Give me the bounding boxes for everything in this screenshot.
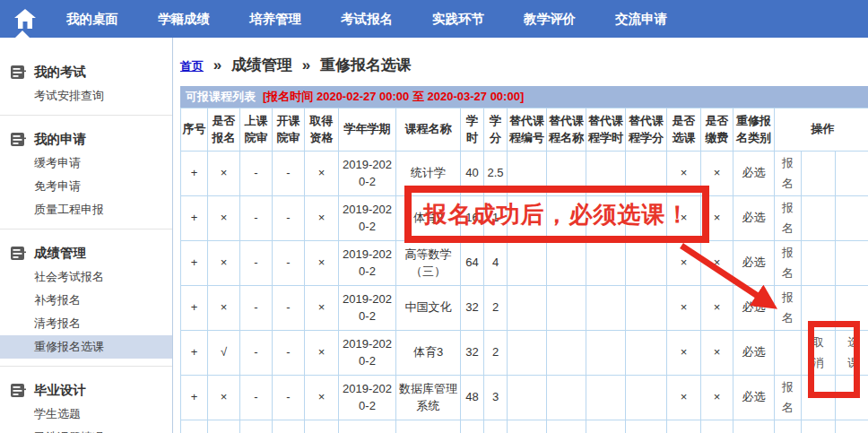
- cell-op-register: [775, 420, 802, 433]
- cell-sub-code: [508, 376, 547, 420]
- cell-op-register: 报名: [775, 196, 802, 241]
- column-header: 开课院审: [273, 108, 305, 152]
- cell-sub-hours: [586, 376, 626, 420]
- sidebar-item[interactable]: 已选课题情况: [0, 426, 172, 433]
- nav-item[interactable]: 学籍成绩: [158, 11, 210, 28]
- table-row: +×--×2019-2020-2体育2161××必选报名: [181, 196, 868, 241]
- sidebar-item[interactable]: 补考报名: [0, 289, 172, 312]
- column-header: 学时: [461, 108, 484, 152]
- cell-seq[interactable]: +: [181, 196, 208, 241]
- cell-qualification: ×: [305, 241, 339, 286]
- cell-op-cancel: [802, 376, 836, 420]
- cell-course-name: 高等数学（三）: [396, 241, 461, 286]
- sidebar-item[interactable]: 社会考试报名: [0, 265, 172, 289]
- column-header: 替代课程学时: [586, 108, 626, 152]
- column-header: 是否报名: [208, 108, 240, 152]
- cell-hours: 64: [461, 241, 484, 286]
- nav-item[interactable]: 培养管理: [249, 11, 301, 28]
- cell-course-college-review: [273, 420, 305, 433]
- cell-qualification: ×: [305, 196, 339, 241]
- nav-item[interactable]: 考试报名: [341, 11, 393, 28]
- sidebar-section-title: 我的考试: [34, 64, 86, 81]
- nav-item[interactable]: 我的桌面: [66, 11, 118, 28]
- breadcrumb-home-link[interactable]: 首页: [180, 59, 204, 73]
- cell-class-college-review: -: [240, 331, 273, 376]
- table-row: +×--×2019-2020-2中国文化322××必选报名: [181, 286, 868, 331]
- sidebar-item[interactable]: 清考报名: [0, 312, 172, 335]
- cell-sub-name: [547, 331, 586, 376]
- cell-category: 必选: [733, 331, 775, 376]
- sidebar: 我的考试考试安排查询我的申请缓考申请免考申请质量工程申报成绩管理社会考试报名补考…: [0, 38, 173, 433]
- cell-qualification: [305, 420, 339, 433]
- cell-sub-name: [547, 376, 586, 420]
- cell-category: [733, 420, 775, 433]
- cell-op-select: [836, 152, 868, 196]
- cell-class-college-review: -: [240, 241, 273, 286]
- register-link[interactable]: 报名: [782, 198, 794, 238]
- nav-item[interactable]: 实践环节: [432, 11, 484, 28]
- cell-class-college-review: -: [240, 376, 273, 420]
- cell-op-cancel: [802, 196, 836, 241]
- cell-paid: [701, 420, 733, 433]
- nav-item[interactable]: 教学评价: [524, 11, 576, 28]
- cell-course-college-review: -: [273, 196, 305, 241]
- sidebar-section-header[interactable]: 毕业设计: [0, 377, 172, 403]
- sidebar-item[interactable]: 学生选题: [0, 403, 172, 426]
- page-title: 重修报名选课: [320, 56, 412, 74]
- cell-hours: 16: [461, 196, 484, 241]
- cell-seq[interactable]: +: [181, 152, 208, 196]
- cell-seq[interactable]: +: [181, 331, 208, 376]
- cell-op-select: 选课: [836, 331, 868, 376]
- sidebar-section: 我的考试考试安排查询: [0, 38, 172, 116]
- nav-item[interactable]: 交流申请: [615, 11, 667, 28]
- cell-sub-hours: [586, 196, 626, 241]
- cell-term: 2019-2020-2: [339, 152, 396, 196]
- cell-op-register: 报名: [775, 241, 802, 286]
- cell-term: 2019-2020-2: [339, 286, 396, 331]
- cell-course-name: 数据库管理系统: [396, 376, 461, 420]
- cell-sub-hours: [586, 420, 626, 433]
- sidebar-section-header[interactable]: 我的考试: [0, 59, 172, 84]
- cell-course-name: 统计学: [396, 152, 461, 196]
- sidebar-section-header[interactable]: 我的申请: [0, 126, 172, 152]
- column-header: 是否缴费: [701, 108, 733, 152]
- cell-term: 2019-2020-2: [339, 331, 396, 376]
- sidebar-section-header[interactable]: 成绩管理: [0, 240, 172, 265]
- cell-paid: ×: [701, 331, 733, 376]
- column-header: 替代课程编号: [508, 108, 547, 152]
- cell-selected: ×: [667, 376, 701, 420]
- sidebar-item[interactable]: 缓考申请: [0, 152, 172, 175]
- cell-registered: ×: [208, 152, 240, 196]
- register-link[interactable]: 报名: [782, 377, 794, 417]
- sidebar-item[interactable]: 重修报名选课: [0, 335, 172, 359]
- cell-op-cancel: [802, 420, 836, 433]
- cell-hours: 40: [461, 152, 484, 196]
- sidebar-section-title: 我的申请: [34, 131, 86, 148]
- cell-seq[interactable]: +: [181, 286, 208, 331]
- sidebar-section-title: 毕业设计: [34, 382, 86, 399]
- cell-category: 必选: [733, 196, 775, 241]
- cancel-link[interactable]: 取消: [812, 333, 825, 372]
- cell-sub-hours: [586, 286, 626, 331]
- select-course-link[interactable]: 选课: [847, 333, 860, 372]
- page: 我的桌面学籍成绩培养管理考试报名实践环节教学评价交流申请 我的考试考试安排查询我…: [0, 0, 868, 433]
- register-link[interactable]: 报名: [782, 153, 794, 193]
- cell-credits: 1: [484, 196, 508, 241]
- sidebar-item[interactable]: 质量工程申报: [0, 198, 172, 221]
- cell-op-cancel: [802, 286, 836, 331]
- cell-category: 必选: [733, 376, 775, 420]
- cell-seq[interactable]: +: [181, 376, 208, 420]
- cell-op-select: [836, 376, 868, 420]
- cell-sub-credits: [626, 376, 667, 420]
- register-link[interactable]: 报名: [782, 243, 794, 282]
- register-link[interactable]: 报名: [782, 288, 794, 327]
- cell-registered: ×: [208, 286, 240, 331]
- sidebar-item[interactable]: 考试安排查询: [0, 84, 172, 108]
- panel-title: 可报课程列表: [186, 89, 256, 105]
- cell-selected: [667, 420, 701, 433]
- table-header-row: 序号是否报名上课院审开课院审取得资格学年学期课程名称学时学分替代课程编号替代课程…: [181, 108, 868, 152]
- cell-sub-credits: [626, 420, 667, 433]
- cell-seq[interactable]: +: [181, 241, 208, 286]
- sidebar-item[interactable]: 免考申请: [0, 175, 172, 198]
- menu-doc-icon: [11, 133, 26, 146]
